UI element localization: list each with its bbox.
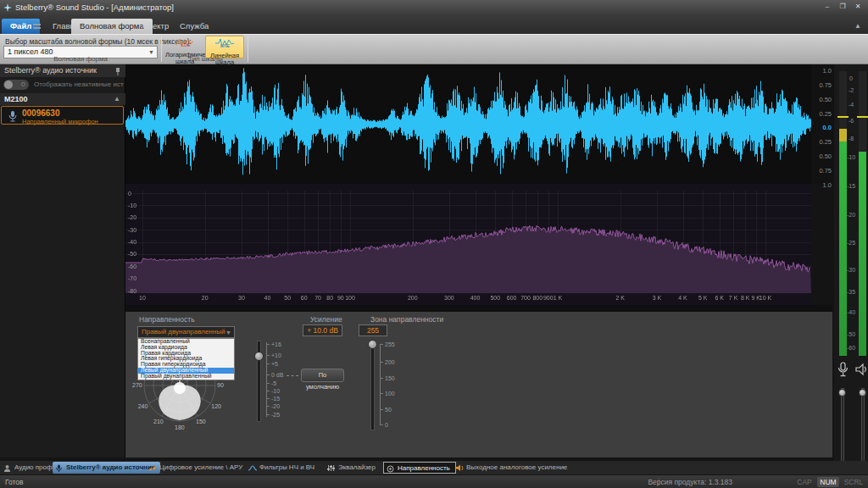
chevron-down-icon: ▼ [225, 328, 231, 338]
microphone-volume-icon[interactable] [837, 362, 849, 377]
window-title: Stelberry® Sound Studio - [Администратор… [15, 3, 174, 12]
meter-scale-tick: -10 [846, 154, 856, 160]
tab-filters[interactable]: Фильтры НЧ и ВЧ [246, 462, 320, 474]
show-inactive-toggle[interactable] [3, 80, 29, 90]
waveform-axis-tick: 0.50 [819, 96, 832, 103]
waveform-axis-tick: 0.75 [819, 81, 832, 89]
slider-tick-mark [266, 398, 270, 399]
caps-lock-indicator: CAP [793, 477, 815, 487]
ribbon-group-waveform: Волновая форма [25, 55, 136, 63]
waveform-scale-label: Выбор масштаба волновой формы (10 мсек в… [5, 37, 192, 46]
zone-tick-rail [380, 344, 381, 425]
zone-slider-track[interactable] [370, 341, 375, 430]
speaker-volume-slider-track[interactable] [861, 388, 865, 471]
tab-digital-gain[interactable]: Цифровое усиление \ АРУ [146, 462, 248, 474]
meter-scale-tick: -30 [846, 267, 856, 273]
polar-angle-label: 270 [132, 382, 142, 388]
ribbon: Выбор масштаба волновой формы (10 мсек в… [0, 34, 868, 64]
directivity-dropdown-list: ВсенаправленныйЛевая кардиоидаПравая кар… [137, 338, 235, 380]
gain-slider-knob[interactable] [254, 352, 264, 361]
slider-tick-mark [266, 374, 270, 375]
slider-tick-mark [266, 363, 270, 364]
inactive-sources-row: Отображать неактивные источники [0, 78, 125, 92]
zone-label: Зона направленности [370, 315, 443, 324]
ribbon-group-scale-type: Тип шкалы [165, 55, 246, 63]
chevron-down-icon: ▼ [148, 47, 154, 58]
directivity-option[interactable]: Правый двунаправленный [138, 374, 234, 380]
pin-icon[interactable] [114, 67, 121, 75]
ribbon-separator [161, 36, 162, 62]
filters-icon [248, 464, 257, 472]
meter-scale-tick: -8 [846, 136, 856, 141]
log-scale-icon: LOG [175, 36, 195, 47]
tab-label: Выходное аналоговое усиление [466, 463, 567, 471]
bottom-tabs-row: Аудио профиль Stelberry® аудио источник … [0, 461, 868, 474]
slider-tick-mark [380, 344, 383, 345]
tab-service[interactable]: Служба [171, 19, 217, 34]
slider-tick-label: 100 [385, 391, 395, 396]
audio-source-item[interactable]: 00096630 Направленный микрофон [1, 106, 124, 125]
ribbon-collapse-icon[interactable]: ▲ [854, 22, 861, 30]
meter-scale-tick: 0 [846, 75, 856, 81]
slider-tick-label: 50 [385, 407, 392, 413]
slider-tick-label: 0 [385, 422, 388, 428]
mic-volume-slider-knob[interactable] [838, 389, 846, 396]
tab-label: Направленность [398, 464, 450, 472]
status-ready: Готов [5, 478, 24, 486]
slider-tick-mark [266, 355, 270, 356]
speaker-volume-icon[interactable] [855, 363, 868, 376]
meter-bar-left [839, 141, 847, 356]
slider-tick-mark [380, 409, 383, 410]
mic-volume-slider-track[interactable] [841, 388, 844, 471]
tab-output-gain[interactable]: Выходное аналоговое усиление [453, 462, 572, 474]
minimize-button[interactable]: – [821, 2, 834, 12]
slider-tick-label: -20 [271, 403, 280, 409]
gain-value-field[interactable]: + 10.0 dB [303, 324, 342, 336]
directivity-settings-panel: Направленность Усиление Зона направленно… [125, 312, 832, 458]
tab-stelberry-source[interactable]: Stelberry® аудио источник [53, 462, 160, 474]
status-bar: Готов Версия продукта: 1.3.183 CAP NUM S… [0, 474, 868, 488]
speaker-volume-slider-knob[interactable] [859, 389, 866, 396]
close-button[interactable]: ✕ [851, 2, 865, 12]
waveform-axis-tick: 0.0 [823, 124, 832, 131]
directivity-icon [387, 465, 394, 473]
tab-equalizer[interactable]: Эквалайзер [325, 462, 381, 474]
polar-angle-label: 180 [175, 424, 185, 430]
polar-angle-label: 240 [138, 403, 148, 409]
gain-label: Усиление [310, 315, 342, 324]
equalizer-icon [327, 464, 335, 472]
slider-tick-mark [380, 362, 383, 363]
directivity-select[interactable]: Правый двунаправленный ▼ [137, 326, 235, 338]
spectrum-canvas [125, 184, 811, 305]
microphone-icon [8, 110, 18, 122]
device-group-m2100[interactable]: M2100 ▲ [0, 93, 125, 105]
slider-tick-mark [266, 414, 270, 415]
slider-tick-mark [380, 424, 383, 425]
default-button[interactable]: По умолчанию [301, 369, 344, 382]
slider-tick-mark [266, 344, 270, 345]
slider-tick-label: 200 [385, 359, 395, 365]
polar-angle-label: 210 [153, 419, 164, 424]
zone-value-field[interactable]: 255 [359, 324, 387, 336]
tab-directivity[interactable]: Направленность [383, 462, 456, 474]
slider-tick-mark [266, 383, 270, 384]
polar-angle-label: 120 [211, 403, 221, 409]
slider-tick-mark [266, 406, 270, 407]
waveform-axis-tick: 1.0 [823, 181, 832, 189]
device-group-label: M2100 [4, 95, 28, 103]
ribbon-tab-strip: Файл Главная Волновая форма Спектр Служб… [0, 15, 868, 34]
meter-scale-tick: -25 [846, 240, 856, 246]
zone-slider-knob[interactable] [368, 340, 377, 349]
waveform-axis-tick: 0.25 [819, 138, 832, 146]
slider-tick-label: 255 [385, 341, 395, 347]
chevron-up-icon: ▲ [114, 93, 120, 105]
horizontal-splitter[interactable] [125, 305, 832, 312]
slider-tick-label: -5 [271, 380, 276, 386]
meter-scale-tick: -15 [846, 183, 856, 189]
quick-access-icon[interactable] [33, 24, 41, 29]
restore-button[interactable]: ❐ [836, 2, 849, 12]
slider-tick-label: +5 [271, 361, 278, 367]
waveform-canvas [125, 64, 811, 184]
title-bar: Stelberry® Sound Studio - [Администратор… [0, 0, 868, 15]
scroll-lock-indicator: SCRL [843, 477, 865, 487]
